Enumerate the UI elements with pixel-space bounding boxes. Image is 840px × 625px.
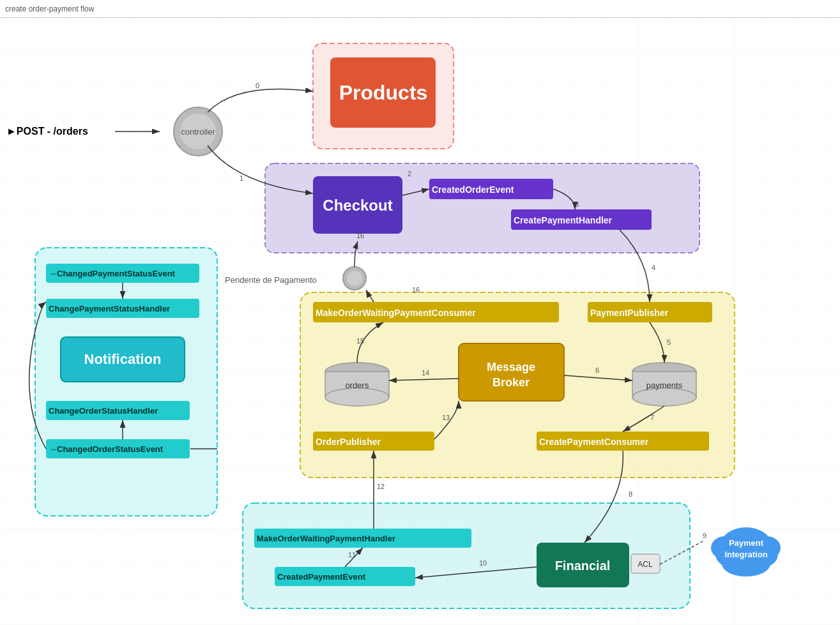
edge-label-11: 11 xyxy=(348,551,356,559)
created-order-event-label: CreatedOrderEvent xyxy=(432,184,514,195)
order-publisher-label: OrderPublisher xyxy=(316,437,381,447)
edge-label-3: 3 xyxy=(575,200,579,208)
edge-label-6: 6 xyxy=(595,366,599,374)
post-orders-label: ►POST - /orders xyxy=(6,126,88,137)
make-order-waiting-handler-label: MakeOrderWaitingPaymentHandler xyxy=(257,534,395,543)
checkout-label: Checkout xyxy=(323,197,392,214)
edge-label-16-bottom: 16 xyxy=(356,232,364,239)
orders-db-bottom xyxy=(325,388,389,406)
message-broker-label1: Message xyxy=(487,361,535,373)
edge-label-12: 12 xyxy=(377,483,385,490)
edge-label-15: 15 xyxy=(356,337,364,345)
edge-label-9: 9 xyxy=(703,532,706,539)
changed-payment-status-event-label: →ChangedPaymentStatusEvent xyxy=(49,269,176,278)
create-payment-handler-label: CreatePaymentHandler xyxy=(514,215,613,225)
edge-label-4: 4 xyxy=(652,264,655,271)
payment-integration-label1: Payment xyxy=(729,538,764,548)
edge-label-8: 8 xyxy=(629,490,632,498)
payments-db-bottom xyxy=(632,388,696,406)
controller-label: controller xyxy=(181,127,215,137)
orders-db-label: orders xyxy=(346,380,369,390)
edge-label-0: 0 xyxy=(256,82,259,89)
edge-label-7: 7 xyxy=(650,414,654,421)
products-label: Products xyxy=(339,81,428,104)
edge-label-14: 14 xyxy=(422,369,429,377)
edge-label-5: 5 xyxy=(667,338,671,346)
change-order-status-handler-label: ChangeOrderStatusHandler xyxy=(49,406,158,416)
edge-label-2: 2 xyxy=(408,170,411,177)
financial-label: Financial xyxy=(555,559,611,573)
edge-label-16-top: 16 xyxy=(412,286,420,294)
change-payment-status-handler-label: ChangePaymentStatusHandler xyxy=(49,304,170,313)
pendente-gear-inner xyxy=(347,271,362,286)
acl-label: ACL xyxy=(638,560,653,569)
tab-label: create order-payment flow xyxy=(5,4,94,13)
create-payment-consumer-label: CreatePaymentConsumer xyxy=(539,437,649,447)
created-payment-event-label: CreatedPaymentEvent xyxy=(277,572,366,582)
make-order-waiting-consumer-label: MakeOrderWaitingPaymentConsumer xyxy=(316,308,476,318)
edge-label-13: 13 xyxy=(442,414,450,421)
payment-integration-label2: Integration xyxy=(724,550,767,559)
payments-db-label: payments xyxy=(646,380,683,390)
diagram-svg: →ChangedPaymentStatusEvent ChangePayment… xyxy=(0,18,840,625)
pendente-label: Pendente de Pagamento xyxy=(225,275,317,285)
payment-publisher-label: PaymentPublisher xyxy=(590,308,669,318)
tab-bar: create order-payment flow xyxy=(0,0,840,18)
edge-label-1: 1 xyxy=(240,174,243,182)
edge-label-10: 10 xyxy=(479,559,487,567)
changed-order-status-event-label: →ChangedOrderStatusEvent xyxy=(49,444,164,454)
diagram-container: →ChangedPaymentStatusEvent ChangePayment… xyxy=(0,18,840,625)
message-broker-label2: Broker xyxy=(493,376,530,389)
notification-label: Notification xyxy=(84,351,162,367)
